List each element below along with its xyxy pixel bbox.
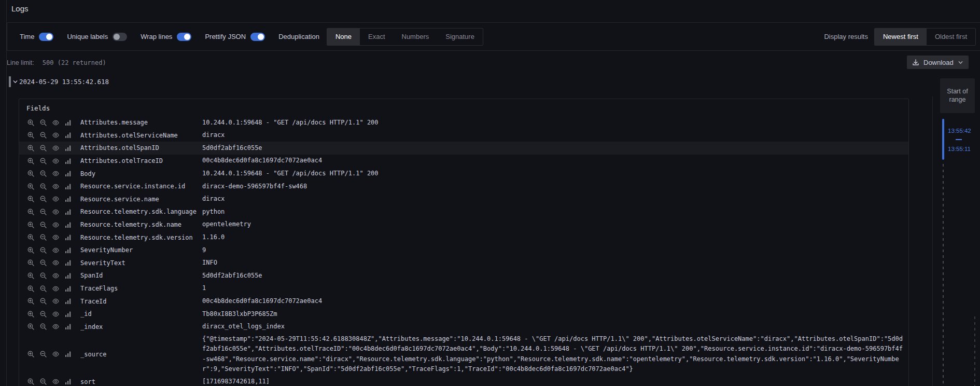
stats-icon[interactable] <box>65 272 72 279</box>
display-results-label: Display results <box>824 33 868 40</box>
eye-icon[interactable] <box>52 234 59 241</box>
eye-icon[interactable] <box>52 378 59 385</box>
eye-icon[interactable] <box>52 196 59 202</box>
toggle-switch-unique-labels[interactable] <box>113 33 127 41</box>
eye-icon[interactable] <box>52 132 59 139</box>
stats-icon[interactable] <box>65 170 72 177</box>
field-row-actions <box>27 170 80 177</box>
zoom-out-icon[interactable] <box>40 247 47 254</box>
zoom-out-icon[interactable] <box>40 298 47 305</box>
eye-icon[interactable] <box>52 351 59 357</box>
eye-icon[interactable] <box>52 183 59 190</box>
zoom-out-icon[interactable] <box>40 323 47 330</box>
zoom-in-icon[interactable] <box>27 145 34 151</box>
stats-icon[interactable] <box>65 323 72 330</box>
zoom-in-icon[interactable] <box>27 158 34 164</box>
zoom-out-icon[interactable] <box>40 378 47 385</box>
stats-icon[interactable] <box>65 234 72 241</box>
field-row-attributes-oteltraceid: Attributes.otelTraceID00c4b8dec6d0fa8c16… <box>19 155 908 168</box>
toggle-switch-wrap-lines[interactable] <box>177 33 191 41</box>
zoom-in-icon[interactable] <box>27 298 34 305</box>
zoom-in-icon[interactable] <box>27 259 34 266</box>
stats-icon[interactable] <box>65 311 72 318</box>
zoom-out-icon[interactable] <box>40 311 47 318</box>
zoom-out-icon[interactable] <box>40 259 47 266</box>
zoom-in-icon[interactable] <box>27 351 34 357</box>
zoom-in-icon[interactable] <box>27 378 34 385</box>
eye-icon[interactable] <box>52 222 59 228</box>
stats-icon[interactable] <box>65 132 72 139</box>
stats-icon[interactable] <box>65 145 72 151</box>
field-value: 1 <box>202 282 908 294</box>
eye-icon[interactable] <box>52 259 59 266</box>
zoom-in-icon[interactable] <box>27 311 34 318</box>
zoom-in-icon[interactable] <box>27 285 34 292</box>
toggle-switch-time[interactable] <box>39 33 53 41</box>
stats-icon[interactable] <box>65 351 72 357</box>
zoom-in-icon[interactable] <box>27 222 34 228</box>
dedup-option-exact[interactable]: Exact <box>360 29 394 45</box>
eye-icon[interactable] <box>52 119 59 126</box>
download-button[interactable]: Download <box>907 56 969 69</box>
zoom-out-icon[interactable] <box>40 351 47 357</box>
panel-left-border <box>6 0 7 386</box>
stats-icon[interactable] <box>65 298 72 305</box>
zoom-out-icon[interactable] <box>40 158 47 164</box>
zoom-out-icon[interactable] <box>40 132 47 139</box>
stats-icon[interactable] <box>65 158 72 164</box>
zoom-in-icon[interactable] <box>27 247 34 254</box>
order-option-newest-first[interactable]: Newest first <box>875 29 927 45</box>
zoom-out-icon[interactable] <box>40 272 47 279</box>
chevron-down-icon[interactable] <box>12 79 18 85</box>
log-navigation-range-bar[interactable] <box>942 119 944 160</box>
log-navigation-track[interactable] <box>943 164 944 386</box>
chevron-down-icon <box>958 60 963 65</box>
toggle-switch-prettify-json[interactable] <box>250 33 265 41</box>
zoom-in-icon[interactable] <box>27 272 34 279</box>
zoom-in-icon[interactable] <box>27 234 34 241</box>
zoom-out-icon[interactable] <box>40 119 47 126</box>
zoom-out-icon[interactable] <box>40 145 47 151</box>
stats-icon[interactable] <box>65 183 72 190</box>
stats-icon[interactable] <box>65 196 72 202</box>
eye-icon[interactable] <box>52 145 59 151</box>
eye-icon[interactable] <box>52 209 59 215</box>
zoom-in-icon[interactable] <box>27 196 34 202</box>
zoom-in-icon[interactable] <box>27 119 34 126</box>
stats-icon[interactable] <box>65 222 72 228</box>
stats-icon[interactable] <box>65 119 72 126</box>
zoom-out-icon[interactable] <box>40 209 47 215</box>
stats-icon[interactable] <box>65 378 72 385</box>
zoom-in-icon[interactable] <box>27 170 34 177</box>
eye-icon[interactable] <box>52 311 59 318</box>
zoom-in-icon[interactable] <box>27 209 34 215</box>
zoom-out-icon[interactable] <box>40 183 47 190</box>
dedup-option-numbers[interactable]: Numbers <box>394 29 438 45</box>
dedup-option-none[interactable]: None <box>327 29 360 45</box>
dedup-option-signature[interactable]: Signature <box>437 29 483 45</box>
eye-icon[interactable] <box>52 323 59 330</box>
stats-icon[interactable] <box>65 259 72 266</box>
eye-icon[interactable] <box>52 298 59 305</box>
eye-icon[interactable] <box>52 272 59 279</box>
zoom-in-icon[interactable] <box>27 132 34 139</box>
eye-icon[interactable] <box>52 170 59 177</box>
field-row--id: _idTb80xI8B3lxbP3P685Zm <box>19 308 908 321</box>
eye-icon[interactable] <box>52 158 59 164</box>
stats-icon[interactable] <box>65 209 72 215</box>
eye-icon[interactable] <box>52 285 59 292</box>
zoom-out-icon[interactable] <box>40 170 47 177</box>
stats-icon[interactable] <box>65 285 72 292</box>
log-row-header[interactable]: 2024-05-29 13:55:42.618 <box>9 75 109 88</box>
zoom-in-icon[interactable] <box>27 183 34 190</box>
zoom-in-icon[interactable] <box>27 323 34 330</box>
zoom-out-icon[interactable] <box>40 196 47 202</box>
order-option-oldest-first[interactable]: Oldest first <box>927 29 975 45</box>
zoom-out-icon[interactable] <box>40 285 47 292</box>
field-name: SpanId <box>80 272 202 279</box>
zoom-out-icon[interactable] <box>40 234 47 241</box>
stats-icon[interactable] <box>65 247 72 254</box>
field-row-actions <box>27 311 80 318</box>
zoom-out-icon[interactable] <box>40 222 47 228</box>
eye-icon[interactable] <box>52 247 59 254</box>
